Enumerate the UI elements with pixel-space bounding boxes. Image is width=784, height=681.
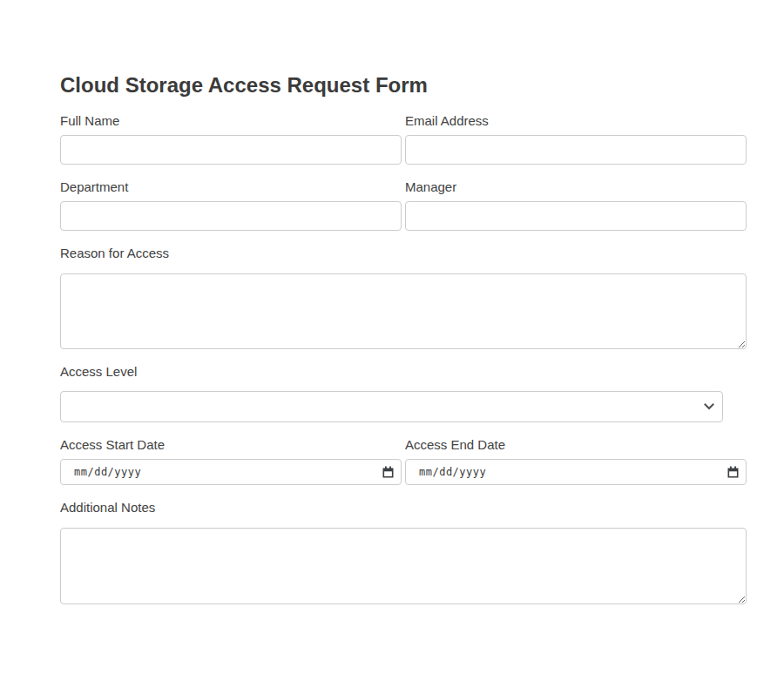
notes-field: Additional Notes xyxy=(60,500,747,604)
form-row-dates: Access Start Date mm/dd/yyyy Access End … xyxy=(60,437,747,485)
full-name-label: Full Name xyxy=(60,113,402,128)
page-title: Cloud Storage Access Request Form xyxy=(60,73,747,98)
start-date-placeholder: mm/dd/yyyy xyxy=(74,466,141,478)
email-label: Email Address xyxy=(405,113,747,128)
calendar-icon[interactable] xyxy=(382,466,394,478)
manager-field: Manager xyxy=(405,179,747,231)
email-input[interactable] xyxy=(405,135,747,165)
start-date-input[interactable]: mm/dd/yyyy xyxy=(60,459,402,485)
access-level-select[interactable] xyxy=(60,391,723,422)
reason-label: Reason for Access xyxy=(60,246,747,260)
notes-textarea[interactable] xyxy=(60,528,747,604)
start-date-field: Access Start Date mm/dd/yyyy xyxy=(60,437,402,485)
reason-field: Reason for Access xyxy=(60,246,747,349)
end-date-field: Access End Date mm/dd/yyyy xyxy=(405,437,747,485)
full-name-field: Full Name xyxy=(60,113,402,165)
notes-label: Additional Notes xyxy=(60,500,747,515)
department-field: Department xyxy=(60,179,402,231)
reason-textarea[interactable] xyxy=(60,273,747,349)
full-name-input[interactable] xyxy=(60,135,402,165)
end-date-placeholder: mm/dd/yyyy xyxy=(419,466,486,478)
chevron-down-icon[interactable] xyxy=(704,403,714,410)
email-field: Email Address xyxy=(405,113,747,165)
end-date-input[interactable]: mm/dd/yyyy xyxy=(405,459,747,485)
form-row-department-manager: Department Manager xyxy=(60,179,747,231)
department-input[interactable] xyxy=(60,201,402,231)
form-row-name-email: Full Name Email Address xyxy=(60,113,747,165)
department-label: Department xyxy=(60,179,402,194)
end-date-label: Access End Date xyxy=(405,437,747,452)
manager-input[interactable] xyxy=(405,201,747,231)
access-level-field: Access Level xyxy=(60,364,747,422)
calendar-icon[interactable] xyxy=(727,466,739,478)
start-date-label: Access Start Date xyxy=(60,437,402,452)
access-level-label: Access Level xyxy=(60,364,747,379)
manager-label: Manager xyxy=(405,179,747,194)
access-request-form-page: Cloud Storage Access Request Form Full N… xyxy=(0,0,784,681)
